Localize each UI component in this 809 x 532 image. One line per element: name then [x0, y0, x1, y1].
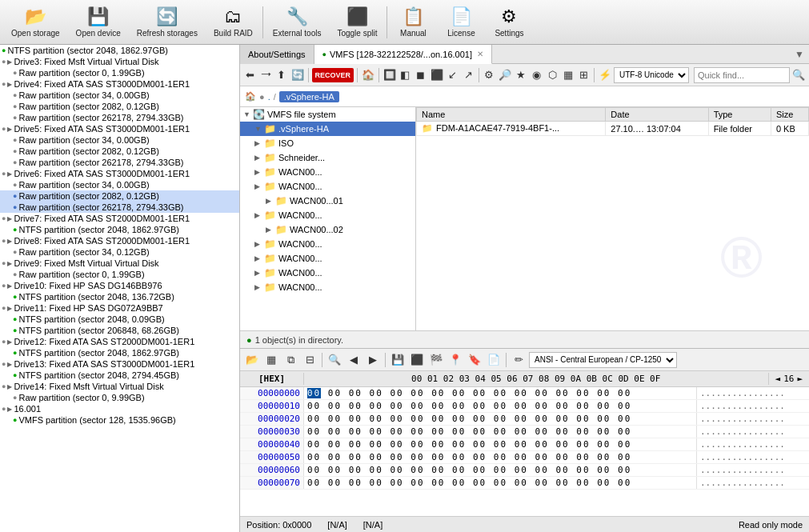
- hex-bytes-7[interactable]: 00 00 00 00 00 00 00 00 00 00 00 00 00 0…: [304, 477, 697, 489]
- fm-btn-c[interactable]: ◼: [414, 66, 428, 84]
- left-tree-item-6[interactable]: ●Raw partition (sector 262178, 2794.33GB…: [0, 112, 239, 123]
- hex-btn-8[interactable]: 💾: [389, 351, 407, 369]
- left-tree-item-23[interactable]: ●▶Drive11: Fixed HP SAS DG072A9BB7: [0, 302, 239, 314]
- left-tree-item-20[interactable]: ●Raw partition (sector 0, 1.99GB): [0, 269, 239, 280]
- left-tree-item-16[interactable]: ●NTFS partition (sector 2048, 1862.97GB): [0, 224, 239, 235]
- fs-tree-item-3[interactable]: ▶📁Schneider...: [240, 150, 415, 165]
- fs-tree-item-4[interactable]: ▶📁WACN00...: [240, 165, 415, 179]
- left-tree-item-9[interactable]: ●Raw partition (sector 2082, 0.12GB): [0, 146, 239, 157]
- left-tree-item-32[interactable]: ●▶16.001: [0, 403, 239, 414]
- fm-home[interactable]: 🏠: [361, 66, 375, 84]
- quick-find-input[interactable]: [694, 67, 790, 83]
- hex-btn-4[interactable]: ⊟: [301, 351, 318, 369]
- fs-tree-item-10[interactable]: ▶📁WACN00...: [240, 251, 415, 266]
- fm-nav-up[interactable]: ⬆: [274, 66, 289, 84]
- left-tree-item-1[interactable]: ●▶Drive3: Fixed Msft Virtual Virtual Dis…: [0, 56, 239, 67]
- hex-btn-14[interactable]: ✏: [510, 351, 527, 369]
- fm-btn-j[interactable]: ◉: [530, 66, 544, 84]
- hex-btn-7[interactable]: ▶: [364, 351, 382, 369]
- fm-btn-k[interactable]: ⬡: [545, 66, 559, 84]
- hex-bytes-5[interactable]: 00 00 00 00 00 00 00 00 00 00 00 00 00 0…: [304, 451, 697, 463]
- left-tree-item-10[interactable]: ●Raw partition (sector 262178, 2794.33GB…: [0, 157, 239, 168]
- hex-bytes-4[interactable]: 00 00 00 00 00 00 00 00 00 00 00 00 00 0…: [304, 438, 697, 450]
- left-tree-item-8[interactable]: ●Raw partition (sector 34, 0.00GB): [0, 134, 239, 146]
- file-row-0[interactable]: 📁FDM-A1ACAE47-7919-4BF1-...27.10.… 13:07…: [417, 122, 809, 136]
- toolbar-btn-external-tools[interactable]: 🔧External tools: [265, 2, 330, 43]
- fm-btn-h[interactable]: 🔎: [498, 66, 512, 84]
- left-tree-item-14[interactable]: ●Raw partition (sector 262178, 2794.33GB…: [0, 202, 239, 213]
- left-tree-item-18[interactable]: ●Raw partition (sector 34, 0.12GB): [0, 246, 239, 258]
- hex-btn-12[interactable]: 🔖: [466, 351, 483, 369]
- hex-bytes-2[interactable]: 00 00 00 00 00 00 00 00 00 00 00 00 00 0…: [304, 413, 697, 425]
- hex-page-next[interactable]: ►: [797, 374, 803, 384]
- hex-row-0[interactable]: 0000000000 00 00 00 00 00 00 00 00 00 00…: [240, 387, 809, 400]
- hex-row-3[interactable]: 0000003000 00 00 00 00 00 00 00 00 00 00…: [240, 426, 809, 438]
- left-tree-item-24[interactable]: ●NTFS partition (sector 2048, 0.09GB): [0, 314, 239, 325]
- fm-btn-m[interactable]: ⊞: [577, 66, 591, 84]
- fs-tree-item-0[interactable]: ▼💽VMFS file system: [240, 107, 415, 122]
- fm-btn-d[interactable]: ⬛: [430, 66, 444, 84]
- hex-btn-6[interactable]: ◀: [345, 351, 362, 369]
- left-tree-item-27[interactable]: ●NTFS partition (sector 2048, 1862.97GB): [0, 347, 239, 358]
- hex-btn-11[interactable]: 📍: [447, 351, 464, 369]
- hex-btn-3[interactable]: ⧉: [282, 351, 299, 369]
- encoding-select[interactable]: ANSI - Central European / CP-1250 UTF-8 …: [529, 352, 677, 368]
- fm-encoding-select[interactable]: UTF-8 UnicodeANSIUTF-16 LEUTF-16 BE: [614, 67, 689, 83]
- col-type[interactable]: Type: [708, 108, 771, 122]
- left-tree-item-28[interactable]: ●▶Drive13: Fixed ATA SAS ST3000DM001-1ER…: [0, 358, 239, 370]
- toolbar-btn-open-storage[interactable]: 📂Open storage: [3, 2, 68, 43]
- fm-btn-i[interactable]: ★: [514, 66, 528, 84]
- quick-find-btn[interactable]: 🔍: [791, 66, 806, 84]
- fm-nav-fwd[interactable]: ⭢: [259, 66, 274, 84]
- fm-nav-back[interactable]: ⬅: [243, 66, 258, 84]
- hex-row-1[interactable]: 0000001000 00 00 00 00 00 00 00 00 00 00…: [240, 400, 809, 413]
- left-tree-item-26[interactable]: ●▶Drive12: Fixed ATA SAS ST2000DM001-1ER…: [0, 336, 239, 347]
- fs-tree-item-7[interactable]: ▶📁WACN00...: [240, 208, 415, 222]
- left-tree-item-11[interactable]: ●▶Drive6: Fixed ATA SAS ST3000DM001-1ER1: [0, 168, 239, 179]
- hex-btn-9[interactable]: ⬛: [408, 351, 426, 369]
- hex-page-prev[interactable]: ◄: [775, 374, 781, 384]
- left-tree-item-21[interactable]: ●▶Drive10: Fixed HP SAS DG146BB976: [0, 280, 239, 291]
- col-date[interactable]: Date: [606, 108, 708, 122]
- hex-row-7[interactable]: 0000007000 00 00 00 00 00 00 00 00 00 00…: [240, 477, 809, 490]
- hex-btn-13[interactable]: 📄: [485, 351, 503, 369]
- toolbar-btn-settings[interactable]: ⚙Settings: [485, 2, 533, 43]
- fs-tree-item-2[interactable]: ▶📁ISO: [240, 136, 415, 150]
- hex-btn-2[interactable]: ▦: [262, 351, 280, 369]
- fm-btn-e[interactable]: ↙: [446, 66, 460, 84]
- toolbar-btn-toggle-split[interactable]: ⬛Toggle split: [329, 2, 385, 43]
- fm-btn-l[interactable]: ▦: [561, 66, 575, 84]
- hex-row-4[interactable]: 0000004000 00 00 00 00 00 00 00 00 00 00…: [240, 438, 809, 451]
- hex-row-6[interactable]: 0000006000 00 00 00 00 00 00 00 00 00 00…: [240, 464, 809, 477]
- hex-content[interactable]: 0000000000 00 00 00 00 00 00 00 00 00 00…: [240, 387, 809, 516]
- left-tree-item-22[interactable]: ●NTFS partition (sector 2048, 136.72GB): [0, 291, 239, 302]
- hex-bytes-3[interactable]: 00 00 00 00 00 00 00 00 00 00 00 00 00 0…: [304, 426, 697, 438]
- toolbar-btn-refresh-storages[interactable]: 🔄Refresh storages: [129, 2, 206, 43]
- left-tree-item-25[interactable]: ●NTFS partition (sector 206848, 68.26GB): [0, 325, 239, 336]
- fm-btn-a[interactable]: 🔲: [382, 66, 397, 84]
- hex-btn-1[interactable]: 📂: [243, 351, 261, 369]
- hex-btn-10[interactable]: 🏁: [427, 351, 445, 369]
- left-tree-item-5[interactable]: ●Raw partition (sector 2082, 0.12GB): [0, 101, 239, 112]
- tab-about-settings[interactable]: About/Settings: [240, 45, 314, 64]
- toolbar-btn-manual[interactable]: 📋Manual: [389, 2, 437, 43]
- left-tree-item-33[interactable]: ●VMFS partition (sector 128, 1535.96GB): [0, 414, 239, 426]
- left-tree-item-13[interactable]: ●Raw partition (sector 2082, 0.12GB): [0, 190, 239, 202]
- fm-btn-b[interactable]: ◧: [398, 66, 413, 84]
- hex-btn-5[interactable]: 🔍: [326, 351, 343, 369]
- path-home-icon[interactable]: 🏠: [245, 91, 256, 102]
- left-tree-item-12[interactable]: ●Raw partition (sector 34, 0.00GB): [0, 179, 239, 190]
- left-tree-item-31[interactable]: ●Raw partition (sector 0, 9.99GB): [0, 392, 239, 403]
- fs-tree-item-12[interactable]: ▶📁WACN00...: [240, 280, 415, 294]
- fs-tree-item-1[interactable]: ▼📁.vSphere-HA: [240, 122, 415, 136]
- left-tree-item-7[interactable]: ●▶Drive5: Fixed ATA SAS ST3000DM001-1ER1: [0, 123, 239, 134]
- tab-close-1[interactable]: ✕: [477, 50, 483, 58]
- fs-tree-item-9[interactable]: ▶📁WACN00...: [240, 237, 415, 251]
- tab-scroll-arrow[interactable]: ▼: [790, 49, 809, 60]
- left-tree-item-15[interactable]: ●▶Drive7: Fixed ATA SAS ST2000DM001-1ER1: [0, 213, 239, 224]
- col-size[interactable]: Size: [771, 108, 808, 122]
- fm-reload[interactable]: 🔄: [290, 66, 305, 84]
- hex-row-5[interactable]: 0000005000 00 00 00 00 00 00 00 00 00 00…: [240, 451, 809, 464]
- left-tree-item-0[interactable]: ●NTFS partition (sector 2048, 1862.97GB): [0, 45, 239, 56]
- left-tree-item-3[interactable]: ●▶Drive4: Fixed ATA SAS ST3000DM001-1ER1: [0, 78, 239, 90]
